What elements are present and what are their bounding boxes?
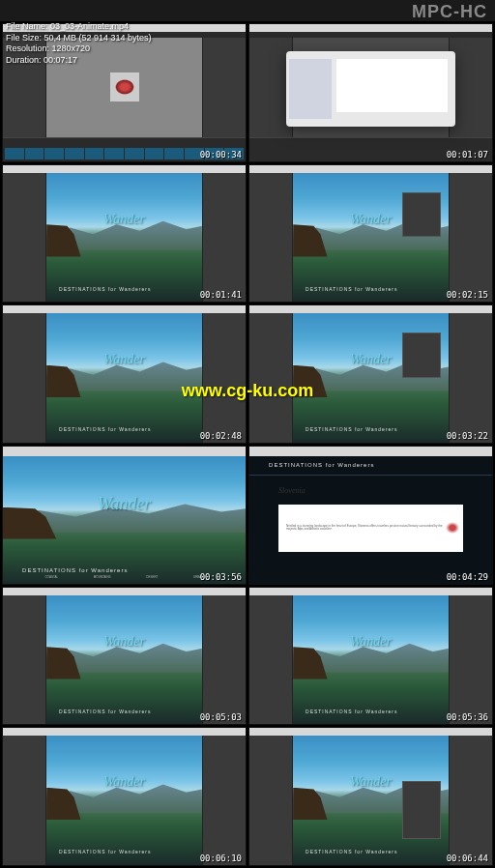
thumbnail-9[interactable]: Wander DESTINATIONS for Wanderers 00:05:… — [2, 587, 247, 726]
destinations-label: DESTINATIONS for Wanderers — [59, 286, 151, 292]
timestamp: 00:05:36 — [447, 712, 488, 722]
dialog-sidebar — [289, 59, 332, 119]
timestamp: 00:04:29 — [447, 572, 488, 582]
timestamp: 00:02:48 — [200, 431, 242, 441]
properties-panel — [402, 781, 441, 839]
destinations-title: DESTINATIONS for Wanderers — [269, 462, 374, 468]
destinations-label: DESTINATIONS for Wanderers — [22, 567, 128, 573]
browser-toolbar — [249, 447, 492, 456]
thumbnail-11[interactable]: Wander DESTINATIONS for Wanderers 00:06:… — [2, 727, 247, 866]
timestamp: 00:06:44 — [447, 854, 488, 863]
dialog-file-area — [336, 59, 447, 112]
slovenia-content: Nestled in a stunning landscape in the h… — [278, 505, 463, 553]
timestamp: 00:01:07 — [447, 150, 488, 159]
hero-title: Wander — [103, 774, 145, 790]
timestamp: 00:03:56 — [200, 572, 242, 582]
hero-title: Wander — [350, 634, 392, 650]
properties-panel — [402, 333, 441, 378]
thumbnail-grid: 00:00:34 00:01:07 — [0, 21, 495, 868]
hero-title: Wander — [103, 634, 145, 650]
filename-label: File Name: — [6, 21, 48, 31]
destinations-label: DESTINATIONS for Wanderers — [59, 849, 151, 854]
file-info-overlay: File Name: 03_03-Animate.mp4 File Size: … — [6, 21, 152, 67]
destinations-label: DESTINATIONS for Wanderers — [306, 709, 397, 714]
thumbnail-7[interactable]: Wander DESTINATIONS for Wanderers COASTA… — [2, 446, 247, 585]
duration-label: Duration: — [6, 55, 42, 65]
thumbnail-12[interactable]: Wander DESTINATIONS for Wanderers 00:06:… — [248, 727, 493, 866]
destinations-label: DESTINATIONS for Wanderers — [59, 426, 151, 432]
hero-title: Wander — [103, 352, 145, 367]
destinations-label: DESTINATIONS for Wanderers — [306, 426, 397, 432]
timestamp: 00:03:22 — [447, 431, 488, 441]
save-dialog — [286, 51, 456, 127]
timestamp: 00:06:10 — [200, 854, 242, 863]
hero-title: Wander — [350, 774, 392, 790]
hero-title: Wander — [98, 494, 151, 514]
thumbnail-4[interactable]: Wander DESTINATIONS for Wanderers 00:02:… — [248, 164, 493, 304]
thumbnail-8[interactable]: DESTINATIONS for Wanderers Slovenia Nest… — [248, 446, 493, 585]
hero-title: Wander — [350, 352, 392, 367]
nav-item: MOUNTAINS — [94, 575, 111, 581]
resolution-value: 1280x720 — [52, 43, 91, 53]
thumbnail-2[interactable]: 00:01:07 — [248, 23, 493, 162]
timestamp: 00:00:34 — [200, 150, 242, 159]
filesize-label: File Size: — [6, 33, 42, 43]
slovenia-text: Nestled in a stunning landscape in the h… — [282, 525, 446, 532]
right-panel — [202, 38, 246, 137]
timestamp: 00:01:41 — [200, 290, 242, 300]
filename-value: 03_03-Animate.mp4 — [50, 21, 129, 31]
hero-title: Wander — [103, 212, 145, 227]
thumbnail-3[interactable]: Wander DESTINATIONS for Wanderers 00:01:… — [2, 164, 247, 304]
nav-item: COASTAL — [44, 575, 58, 581]
timestamp: 00:02:15 — [447, 290, 488, 300]
hero-title: Wander — [350, 212, 392, 227]
nav-item: DESERT — [146, 575, 158, 581]
butterfly-icon — [446, 522, 459, 534]
thumbnail-5[interactable]: Wander DESTINATIONS for Wanderers 00:02:… — [2, 304, 247, 444]
player-logo: MPC-HC — [412, 2, 487, 22]
thumbnail-6[interactable]: Wander DESTINATIONS for Wanderers 00:03:… — [248, 304, 493, 444]
properties-panel — [402, 192, 441, 238]
duration-value: 00:07:17 — [44, 55, 77, 65]
butterfly-icon — [115, 79, 134, 95]
destinations-label: DESTINATIONS for Wanderers — [306, 286, 397, 292]
thumbnail-10[interactable]: Wander DESTINATIONS for Wanderers 00:05:… — [248, 587, 493, 726]
resolution-label: Resolution: — [6, 43, 49, 53]
filesize-value: 50,4 MB (52 914 314 bytes) — [44, 33, 152, 43]
slovenia-heading: Slovenia — [278, 486, 306, 495]
browser-toolbar — [3, 447, 246, 456]
timestamp: 00:05:03 — [200, 712, 242, 722]
destinations-label: DESTINATIONS for Wanderers — [306, 849, 397, 854]
destinations-label: DESTINATIONS for Wanderers — [59, 709, 151, 714]
